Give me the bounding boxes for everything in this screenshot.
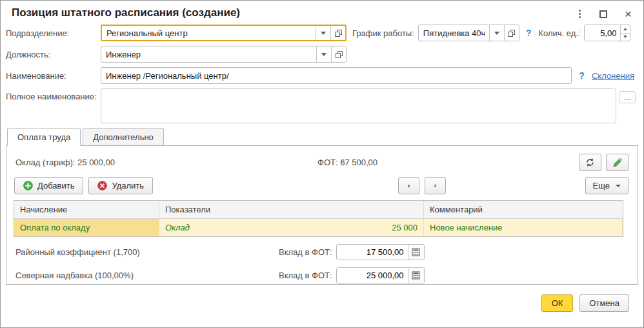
calculator-button[interactable] bbox=[408, 245, 424, 260]
declensions-link[interactable]: Склонения bbox=[592, 71, 634, 81]
cell-indicators[interactable]: Оклад 25 000 bbox=[159, 219, 424, 236]
fot-contribution-field bbox=[336, 244, 425, 260]
position-open-button[interactable] bbox=[331, 46, 346, 62]
allowance-label: Районный коэффициент (1,700) bbox=[15, 247, 279, 257]
header-accrual[interactable]: Начисление bbox=[14, 201, 159, 219]
quantity-spin-buttons bbox=[620, 25, 630, 41]
cell-accrual[interactable]: Оплата по окладу bbox=[14, 219, 159, 236]
indicator-name: Оклад bbox=[165, 223, 190, 232]
department-input[interactable] bbox=[102, 26, 316, 40]
fot-contribution-field bbox=[336, 267, 425, 283]
open-icon bbox=[334, 29, 343, 37]
summary-actions bbox=[579, 154, 629, 171]
table-header-row: Начисление Показатели Комментарий bbox=[14, 201, 623, 219]
calculator-icon bbox=[412, 248, 420, 256]
salary-summary: Оклад (тариф): 25 000,00 bbox=[15, 158, 317, 167]
tab-additional[interactable]: Дополнительно bbox=[83, 128, 164, 146]
indicator-amount: 25 000 bbox=[392, 223, 418, 232]
department-open-button[interactable] bbox=[330, 26, 345, 40]
chevron-up-icon bbox=[623, 28, 627, 30]
move-down-button[interactable] bbox=[425, 177, 446, 194]
plus-icon bbox=[23, 181, 33, 190]
chevron-down-icon bbox=[321, 32, 326, 35]
department-dropdown-button[interactable] bbox=[316, 26, 330, 40]
quantity-input[interactable] bbox=[585, 25, 620, 41]
delete-icon bbox=[97, 181, 107, 190]
name-help-icon[interactable]: ? bbox=[578, 70, 586, 81]
dialog-footer: ОК Отмена bbox=[1, 294, 629, 312]
chevron-down-icon bbox=[616, 185, 621, 187]
department-combo bbox=[101, 25, 347, 41]
schedule-open-button[interactable] bbox=[504, 25, 519, 41]
close-icon[interactable]: × bbox=[625, 10, 632, 18]
schedule-combo bbox=[418, 25, 519, 41]
schedule-input[interactable] bbox=[419, 25, 489, 41]
table-row[interactable]: Оплата по окладу Оклад 25 000 Новое начи… bbox=[14, 219, 623, 236]
fot-contribution-input[interactable] bbox=[337, 245, 408, 260]
row-department: Подразделение: График работы: bbox=[6, 25, 637, 41]
more-button[interactable]: Еще bbox=[585, 177, 629, 194]
move-up-button[interactable] bbox=[398, 177, 419, 194]
delete-button[interactable]: Удалить bbox=[88, 177, 153, 194]
refresh-button[interactable] bbox=[579, 154, 601, 171]
row-full-name: Полное наименование: ... bbox=[6, 88, 637, 123]
title-bar: Позиция штатного расписания (создание) × bbox=[1, 1, 643, 21]
allowance-row: Районный коэффициент (1,700) Вклад в ФОТ… bbox=[15, 244, 629, 260]
page-title: Позиция штатного расписания (создание) bbox=[12, 6, 578, 19]
quantity-label: Колич. ед.: bbox=[538, 28, 580, 38]
header-indicators[interactable]: Показатели bbox=[159, 201, 424, 219]
accruals-table: Начисление Показатели Комментарий Оплата… bbox=[14, 200, 623, 237]
schedule-label: График работы: bbox=[352, 28, 414, 38]
add-button[interactable]: Добавить bbox=[14, 177, 83, 194]
fot-summary: ФОТ: 67 500,00 bbox=[317, 158, 377, 167]
position-dropdown-button[interactable] bbox=[316, 46, 331, 62]
form-area: Подразделение: График работы: bbox=[1, 21, 643, 123]
spin-up-button[interactable] bbox=[621, 25, 630, 33]
window-controls: × bbox=[578, 8, 632, 19]
dialog-window: Позиция штатного расписания (создание) ×… bbox=[0, 0, 644, 328]
open-icon bbox=[335, 50, 343, 59]
chevron-down-icon bbox=[494, 32, 499, 35]
allowance-label: Северная надбавка (100,00%) bbox=[15, 271, 279, 280]
row-name: Наименование: ? Склонения bbox=[6, 67, 637, 84]
fot-contribution-label: Вклад в ФОТ: bbox=[279, 271, 332, 280]
department-label: Подразделение: bbox=[6, 28, 101, 38]
cancel-button[interactable]: Отмена bbox=[579, 294, 629, 312]
position-combo bbox=[101, 46, 347, 63]
fot-contribution-label: Вклад в ФОТ: bbox=[279, 247, 332, 257]
full-name-textarea[interactable] bbox=[101, 88, 616, 123]
tab-payroll[interactable]: Оплата труда bbox=[7, 128, 81, 146]
name-input[interactable] bbox=[101, 67, 572, 84]
chevron-down-icon bbox=[623, 36, 627, 38]
delete-button-label: Удалить bbox=[112, 181, 144, 190]
chevron-down-icon bbox=[321, 53, 327, 56]
calculator-icon bbox=[412, 271, 420, 280]
summary-row: Оклад (тариф): 25 000,00 ФОТ: 67 500,00 bbox=[6, 146, 638, 174]
position-input[interactable] bbox=[101, 46, 316, 62]
edit-button[interactable] bbox=[606, 154, 629, 171]
refresh-icon bbox=[585, 158, 595, 167]
row-position: Должность: bbox=[6, 46, 637, 63]
calculator-button[interactable] bbox=[408, 268, 424, 283]
cell-comment[interactable]: Новое начисление bbox=[424, 219, 623, 236]
add-button-label: Добавить bbox=[37, 181, 74, 190]
name-label: Наименование: bbox=[6, 71, 101, 81]
tab-bar: Оплата труда Дополнительно bbox=[7, 128, 643, 145]
quantity-stepper bbox=[584, 25, 630, 41]
arrow-down-icon bbox=[434, 181, 437, 190]
schedule-dropdown-button[interactable] bbox=[489, 25, 504, 41]
header-comment[interactable]: Комментарий bbox=[424, 201, 623, 219]
full-name-label: Полное наименование: bbox=[6, 88, 101, 101]
fot-contribution-input[interactable] bbox=[337, 268, 408, 283]
spin-down-button[interactable] bbox=[621, 33, 630, 41]
open-icon bbox=[507, 29, 516, 37]
grid-toolbar: Добавить Удалить Еще bbox=[6, 174, 638, 194]
full-name-expand-button[interactable]: ... bbox=[619, 91, 636, 103]
maximize-icon[interactable] bbox=[599, 10, 607, 18]
arrow-up-icon bbox=[407, 181, 410, 190]
schedule-help-icon[interactable]: ? bbox=[525, 28, 533, 38]
payroll-panel: Оклад (тариф): 25 000,00 ФОТ: 67 500,00 bbox=[6, 145, 638, 285]
more-menu-icon[interactable] bbox=[578, 8, 582, 19]
allowance-row: Северная надбавка (100,00%) Вклад в ФОТ: bbox=[15, 267, 629, 283]
ok-button[interactable]: ОК bbox=[541, 294, 574, 312]
